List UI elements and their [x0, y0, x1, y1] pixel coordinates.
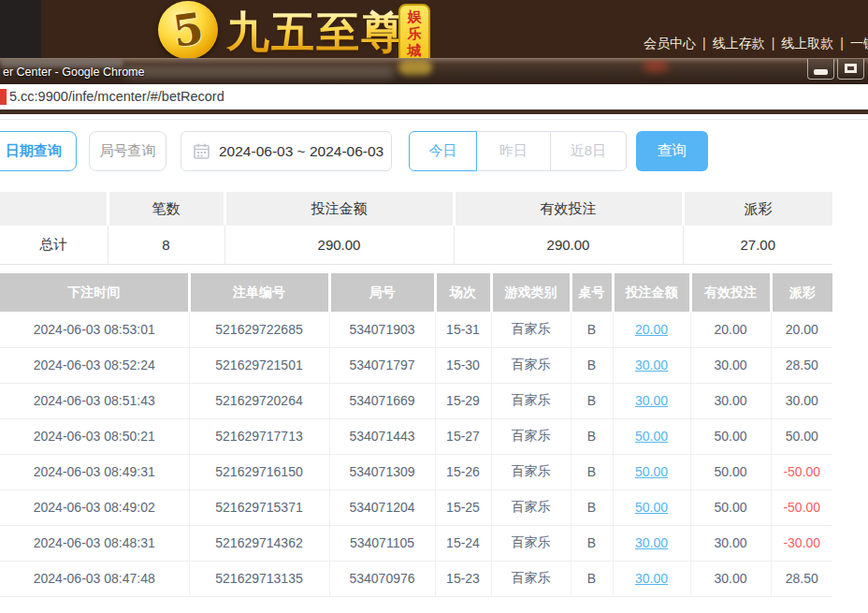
bet-amount-link[interactable]: 50.00: [635, 429, 668, 444]
game-type: 百家乐: [491, 312, 571, 347]
calendar-icon: [194, 143, 210, 159]
quick-today-button[interactable]: 今日: [409, 131, 477, 171]
brand-logo-icon: 5: [158, 1, 218, 59]
search-button[interactable]: 查询: [636, 131, 708, 171]
table-row: 2024-06-03 08:49:02521629715371534071204…: [0, 489, 832, 525]
valid-bet: 50.00: [690, 454, 771, 489]
summary-bet-amount: 290.00: [224, 226, 454, 264]
nav-separator: |: [772, 36, 775, 51]
column-header: 桌号: [571, 273, 613, 312]
table-no: B: [571, 418, 613, 454]
bet-amount: 30.00: [613, 347, 690, 383]
bet-table-header-row: 下注时间注单编号局号场次游戏类别桌号投注金额有效投注派彩: [0, 273, 832, 312]
quick-yesterday-button[interactable]: 昨日: [476, 131, 551, 171]
valid-bet: 20.00: [690, 312, 771, 347]
bet-amount-link[interactable]: 30.00: [635, 358, 668, 372]
table-no: B: [571, 525, 613, 561]
bet-time: 2024-06-03 08:47:48: [0, 561, 189, 596]
round-no: 534071669: [329, 383, 435, 418]
glass-blur-decoration: [644, 60, 668, 72]
bet-amount-link[interactable]: 20.00: [635, 322, 668, 337]
bet-amount-link[interactable]: 50.00: [635, 464, 668, 479]
maximize-button[interactable]: [837, 59, 864, 80]
summary-header-payout: 派彩: [683, 192, 832, 226]
summary-header-bet-amount: 投注金额: [224, 192, 454, 226]
game-type: 百家乐: [491, 347, 571, 383]
table-no: B: [571, 383, 613, 418]
valid-bet: 50.00: [690, 418, 771, 454]
summary-header-row: 笔数 投注金额 有效投注 派彩: [0, 192, 832, 226]
bet-amount-link[interactable]: 30.00: [635, 535, 668, 550]
summary-header-valid-bet: 有效投注: [454, 192, 683, 226]
table-no: B: [571, 347, 613, 383]
minimize-button[interactable]: [807, 59, 834, 80]
payout: 20.00: [771, 312, 832, 347]
valid-bet: 30.00: [690, 347, 771, 383]
round-no: 534071309: [329, 454, 435, 489]
round-no: 534071204: [329, 489, 435, 525]
column-header: 派彩: [771, 273, 832, 312]
game-type: 百家乐: [491, 383, 571, 418]
bet-amount-link[interactable]: 50.00: [635, 500, 668, 515]
nav-one-key-recycle[interactable]: 一键回收: [850, 36, 868, 51]
session: 15-30: [435, 347, 491, 383]
window-title: er Center - Google Chrome: [3, 66, 144, 79]
minimize-icon: [814, 69, 828, 75]
bet-time: 2024-06-03 08:51:43: [0, 383, 189, 418]
game-type: 百家乐: [491, 418, 571, 454]
bet-amount: 30.00: [613, 561, 690, 596]
glass-blur-decoration: [123, 66, 395, 79]
bet-amount: 30.00: [613, 525, 690, 561]
tab-round-query[interactable]: 局号查询: [89, 131, 166, 171]
nav-member-center[interactable]: 会员中心: [644, 36, 696, 51]
round-no: 534070976: [329, 561, 435, 596]
badge-char: 城: [408, 42, 422, 59]
nav-separator: |: [840, 36, 844, 51]
column-header: 投注金额: [613, 273, 690, 312]
site-header: 5 九五至尊 娱 乐 城 会员中心|线上存款|线上取款|一键回收: [0, 0, 868, 58]
round-no: 534071903: [329, 312, 435, 347]
column-header: 有效投注: [690, 273, 771, 312]
bet-amount: 50.00: [613, 454, 690, 489]
round-no: 534071797: [329, 347, 435, 383]
summary-total-label: 总计: [0, 226, 108, 264]
bet-no: 521629716150: [189, 454, 329, 489]
bet-time: 2024-06-03 08:52:24: [0, 347, 189, 383]
valid-bet: 50.00: [690, 489, 771, 525]
nav-online-withdraw[interactable]: 线上取款: [781, 36, 833, 51]
table-row: 2024-06-03 08:51:43521629720264534071669…: [0, 383, 832, 418]
quick-last8days-button[interactable]: 近8日: [550, 131, 627, 171]
session: 15-23: [435, 561, 491, 596]
table-no: B: [571, 454, 613, 489]
logo-five: 5: [169, 3, 206, 57]
payout: -30.00: [771, 525, 832, 561]
address-bar[interactable]: 5.cc:9900/infe/mcenter/#/betRecord: [0, 84, 868, 110]
bet-amount-link[interactable]: 30.00: [635, 393, 668, 408]
column-header: 场次: [435, 273, 491, 312]
bet-amount: 50.00: [613, 418, 690, 454]
tab-date-query[interactable]: 日期查询: [0, 131, 77, 171]
nav-separator: |: [702, 36, 706, 51]
summary-header-count: 笔数: [108, 192, 224, 226]
summary-payout: 27.00: [683, 226, 832, 264]
valid-bet: 30.00: [690, 383, 771, 418]
table-row: 2024-06-03 08:53:01521629722685534071903…: [0, 312, 832, 347]
table-row: 2024-06-03 08:52:24521629721501534071797…: [0, 347, 832, 383]
bet-no: 521629722685: [189, 312, 329, 347]
bet-no: 521629713135: [189, 561, 329, 596]
date-range-input[interactable]: 2024-06-03 ~ 2024-06-03: [181, 131, 392, 171]
bet-time: 2024-06-03 08:49:31: [0, 454, 189, 489]
glass-blur-decoration: [398, 60, 432, 75]
table-row: 2024-06-03 08:50:21521629717713534071443…: [0, 418, 832, 454]
payout: -50.00: [771, 489, 832, 525]
bet-time: 2024-06-03 08:53:01: [0, 312, 189, 347]
summary-total-row: 总计 8 290.00 290.00 27.00: [0, 226, 832, 264]
session: 15-29: [435, 383, 491, 418]
column-header: 注单编号: [189, 273, 329, 312]
table-no: B: [571, 312, 613, 347]
column-header: 局号: [329, 273, 435, 312]
bet-amount-link[interactable]: 30.00: [635, 571, 668, 586]
column-header: 游戏类别: [491, 273, 571, 312]
nav-online-deposit[interactable]: 线上存款: [713, 36, 765, 51]
bet-amount: 50.00: [613, 489, 690, 525]
